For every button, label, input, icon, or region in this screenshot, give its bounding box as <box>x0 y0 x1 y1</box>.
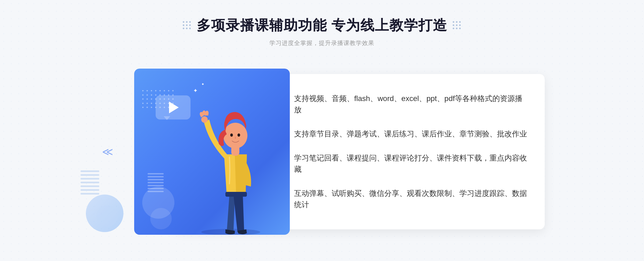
stripe-line-2 <box>80 174 99 176</box>
dot-grid-left <box>183 21 191 30</box>
feature-item-2: 支持章节目录、弹题考试、课后练习、课后作业、章节测验、批改作业 <box>276 128 529 140</box>
features-list: 支持视频、音频、flash、word、excel、ppt、pdf等各种格式的资源… <box>276 93 529 210</box>
blue-panel: ✦ ✦ <box>134 69 290 235</box>
svg-rect-10 <box>225 192 247 197</box>
page-container: 多项录播课辅助功能 专为线上教学打造 学习进度全掌握，提升录播课教学效果 <box>0 0 644 261</box>
stripe-line-7 <box>80 193 99 195</box>
svg-point-7 <box>230 133 233 137</box>
stripe-line-4 <box>80 182 99 183</box>
human-figure-svg <box>188 90 274 235</box>
header-section: 多项录播课辅助功能 专为线上教学打造 学习进度全掌握，提升录播课教学效果 <box>183 16 461 47</box>
illustration <box>134 69 290 235</box>
content-wrapper: ≪ 支持视频、音频、flash、word、excel、ppt、pdf等各种格式的… <box>80 61 564 243</box>
svg-point-8 <box>237 133 240 137</box>
title-decoration-right <box>453 21 461 30</box>
feature-item-1: 支持视频、音频、flash、word、excel、ppt、pdf等各种格式的资源… <box>276 93 529 115</box>
feature-text-1: 支持视频、音频、flash、word、excel、ppt、pdf等各种格式的资源… <box>294 93 529 115</box>
svg-point-9 <box>201 116 208 123</box>
title-decoration-left <box>183 21 191 30</box>
outer-circle-2 <box>97 205 118 227</box>
feature-text-2: 支持章节目录、弹题考试、课后练习、课后作业、章节测验、批改作业 <box>294 128 527 140</box>
arrow-left-icon: ≪ <box>102 146 113 158</box>
feature-text-4: 互动弹幕、试听购买、微信分享、观看次数限制、学习进度跟踪、数据统计 <box>294 188 529 210</box>
stripe-line-6 <box>80 189 99 191</box>
feature-item-3: 学习笔记回看、课程提问、课程评论打分、课件资料下载，重点内容收藏 <box>276 152 529 175</box>
stripe-line-5 <box>80 185 99 187</box>
dot-grid-right <box>453 21 461 30</box>
outer-stripe <box>80 170 102 203</box>
feature-item-4: 互动弹幕、试听购买、微信分享、观看次数限制、学习进度跟踪、数据统计 <box>276 188 529 210</box>
main-title: 多项录播课辅助功能 专为线上教学打造 <box>197 16 447 35</box>
subtitle: 学习进度全掌握，提升录播课教学效果 <box>269 39 374 47</box>
feature-text-3: 学习笔记回看、课程提问、课程评论打分、课件资料下载，重点内容收藏 <box>294 152 529 175</box>
title-row: 多项录播课辅助功能 专为线上教学打造 <box>183 16 461 35</box>
stripe-line-3 <box>80 178 99 180</box>
svg-point-6 <box>223 123 247 148</box>
stripe-line-1 <box>80 170 99 172</box>
